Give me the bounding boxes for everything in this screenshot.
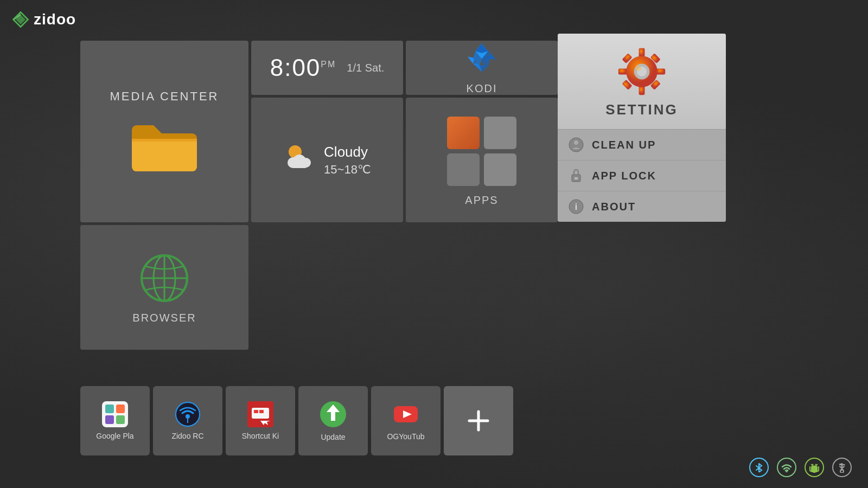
app-square-1 (447, 117, 480, 149)
usb-icon (837, 462, 847, 473)
time-tile[interactable]: 8:00PM 1/1 Sat. (251, 41, 403, 95)
taskbar-shortcut-ki[interactable]: Shortcut Ki (226, 386, 295, 455)
folder-icon (126, 114, 202, 174)
zidoo-rc-icon (175, 401, 201, 427)
cleanup-menu-item[interactable]: CLEAN UP (558, 129, 726, 160)
svg-marker-8 (475, 43, 488, 53)
svg-rect-25 (618, 69, 627, 75)
cleanup-icon (569, 137, 584, 152)
kodi-icon (457, 41, 506, 76)
setting-panel: SETTING CLEAN UP APP LOCK i ABO (558, 34, 726, 222)
svg-point-36 (574, 140, 578, 145)
ogyoutube-label: OGYouTub (387, 432, 424, 441)
svg-text:i: i (575, 202, 577, 211)
applock-menu-item[interactable]: APP LOCK (558, 160, 726, 191)
svg-rect-17 (291, 163, 308, 168)
applock-label: APP LOCK (592, 170, 656, 182)
svg-rect-23 (639, 48, 645, 57)
browser-tile[interactable]: BROWSER (80, 225, 248, 350)
svg-rect-45 (116, 404, 125, 413)
browser-icon (137, 251, 192, 305)
apps-label: APPS (465, 194, 498, 207)
apps-grid (444, 114, 519, 189)
wifi-icon (781, 463, 792, 472)
about-icon: i (569, 199, 584, 214)
kodi-label: KODI (467, 82, 497, 95)
android-status (805, 458, 824, 477)
main-container: zidoo 8:00PM 1/1 Sat. MEDIA CENTER (0, 0, 868, 488)
weather-info: Cloudy 15~18℃ (324, 144, 371, 177)
applock-icon (569, 168, 584, 183)
bluetooth-icon (754, 463, 764, 472)
setting-gear-icon (617, 47, 666, 96)
svg-rect-38 (575, 177, 578, 179)
update-icon (319, 400, 347, 428)
status-bar (749, 458, 852, 477)
taskbar: Google Pla Zidoo RC (80, 386, 513, 455)
shortcut-ki-icon (247, 401, 273, 427)
taskbar-google-play[interactable]: Google Pla (80, 386, 150, 455)
svg-rect-69 (839, 464, 842, 465)
taskbar-zidoo-rc[interactable]: Zidoo RC (153, 386, 222, 455)
media-center-tile[interactable]: MEDIA CENTER (80, 41, 248, 222)
sun-cloud-icon (283, 142, 316, 172)
app-square-4 (484, 153, 516, 186)
media-center-label: MEDIA CENTER (110, 89, 219, 104)
kodi-tile[interactable]: KODI (406, 41, 558, 95)
apps-tile[interactable]: APPS (406, 98, 558, 222)
svg-rect-44 (105, 404, 114, 413)
bluetooth-status (749, 458, 769, 477)
android-icon (809, 462, 819, 473)
svg-rect-53 (254, 410, 258, 413)
svg-point-34 (635, 65, 641, 71)
cleanup-label: CLEAN UP (592, 139, 656, 151)
taskbar-add-button[interactable] (444, 386, 513, 455)
usb-status (832, 458, 852, 477)
taskbar-ogyoutube[interactable]: OGYouTub (371, 386, 441, 455)
app-square-2 (484, 117, 516, 149)
app-square-3 (447, 153, 480, 186)
google-play-icon (102, 401, 128, 427)
svg-rect-47 (116, 415, 125, 424)
shortcut-ki-label: Shortcut Ki (242, 432, 279, 440)
svg-rect-46 (105, 415, 114, 424)
date-display: 1/1 Sat. (347, 62, 384, 74)
weather-condition: Cloudy (324, 144, 371, 160)
svg-point-49 (186, 414, 190, 419)
svg-point-71 (844, 464, 845, 466)
setting-main[interactable]: SETTING (558, 34, 726, 129)
about-label: ABOUT (592, 201, 636, 213)
about-menu-item[interactable]: i ABOUT (558, 191, 726, 222)
setting-title: SETTING (605, 101, 678, 118)
logo-icon (11, 10, 30, 29)
taskbar-update[interactable]: Update (298, 386, 368, 455)
weather-icon (283, 142, 316, 178)
svg-rect-24 (639, 86, 645, 95)
weather-temp: 15~18℃ (324, 163, 371, 177)
zidoo-rc-label: Zidoo RC (171, 432, 203, 440)
svg-point-68 (840, 470, 844, 473)
svg-point-62 (786, 471, 788, 473)
logo: zidoo (11, 10, 76, 29)
logo-text: zidoo (34, 11, 76, 28)
weather-tile[interactable]: Cloudy 15~18℃ (251, 98, 403, 222)
wifi-status (777, 458, 796, 477)
ogyoutube-icon (392, 401, 419, 428)
browser-label: BROWSER (132, 312, 196, 324)
main-grid: 8:00PM 1/1 Sat. MEDIA CENTER (80, 41, 552, 350)
update-label: Update (321, 433, 345, 441)
time-display: 8:00PM (270, 54, 336, 81)
google-play-label: Google Pla (96, 432, 133, 440)
svg-rect-26 (656, 69, 665, 75)
add-icon (465, 407, 492, 434)
svg-rect-54 (259, 410, 264, 413)
